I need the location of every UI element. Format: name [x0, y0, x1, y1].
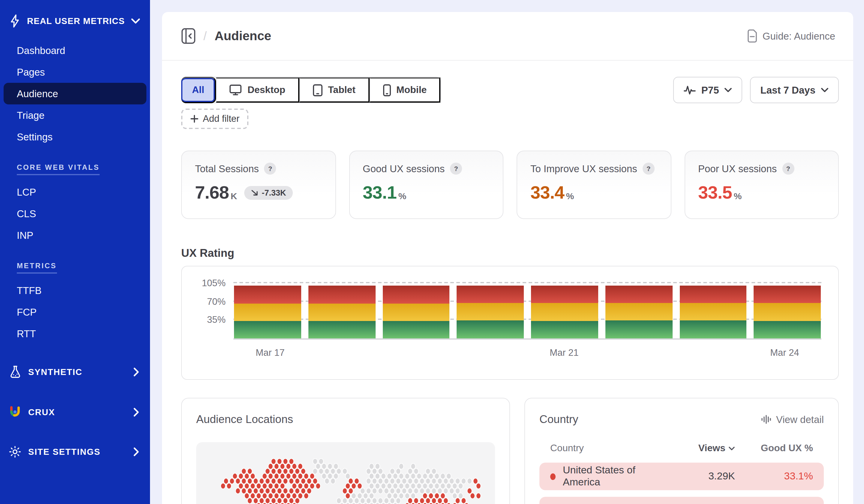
map-dot — [366, 498, 371, 504]
map-dot-highlight — [251, 473, 255, 479]
view-detail-link[interactable]: View detail — [760, 414, 824, 425]
map-dot-highlight — [274, 473, 279, 479]
country-table-row[interactable]: United States of America 3.29K 33.1% — [539, 463, 824, 490]
date-range-dropdown[interactable]: Last 7 Days — [750, 77, 839, 103]
map-dot — [357, 493, 362, 499]
sidebar-nav-item[interactable]: Dashboard — [0, 40, 150, 61]
chevron-down-icon[interactable] — [131, 18, 141, 24]
map-dot — [393, 483, 398, 489]
map-dot-highlight — [310, 473, 315, 479]
stat-card-title: Good UX sessions — [363, 163, 445, 174]
sidebar-nav-item[interactable]: Audience — [3, 83, 146, 104]
collapse-sidebar-icon[interactable] — [181, 27, 195, 45]
map-dot — [375, 483, 380, 489]
map-dot-highlight — [443, 498, 448, 504]
brand[interactable]: REAL USER METRICS — [0, 12, 150, 30]
chevron-right-icon — [133, 407, 139, 417]
sidebar-item-crux[interactable]: CRUX — [0, 400, 150, 425]
bar-segment-poor — [383, 286, 450, 304]
chevron-down-icon — [821, 88, 829, 93]
bar-segment-poor — [457, 286, 524, 303]
device-filter-desktop[interactable]: Desktop — [216, 77, 299, 103]
bar-segment-good — [457, 320, 524, 338]
map-dot — [420, 488, 424, 494]
map-dot — [372, 498, 377, 504]
help-icon[interactable]: ? — [643, 163, 655, 175]
map-dot-highlight — [346, 493, 350, 499]
sidebar-nav-item[interactable]: LCP — [0, 181, 150, 203]
map-dot — [351, 493, 356, 499]
map-dot-highlight — [253, 478, 258, 484]
device-filter-mobile[interactable]: Mobile — [369, 77, 440, 103]
map-dot-highlight — [274, 493, 279, 499]
flask-icon — [8, 365, 22, 379]
map-dot — [384, 498, 389, 504]
map-dot-highlight — [248, 478, 252, 484]
map-dot-highlight — [224, 478, 229, 484]
map-dot-highlight — [277, 498, 282, 504]
bar-segment-poor — [531, 286, 598, 303]
map-dot-highlight — [236, 478, 240, 484]
percentile-value: P75 — [701, 84, 719, 96]
map-dot-highlight — [251, 493, 255, 499]
world-dot-map — [196, 442, 495, 504]
sidebar-nav-item[interactable]: Settings — [0, 126, 150, 147]
device-filter-tablet[interactable]: Tablet — [299, 77, 369, 103]
stacked-bar-mar-20 — [457, 286, 524, 338]
map-dot-highlight — [259, 488, 264, 494]
map-dot — [381, 473, 386, 479]
sidebar-section-items: LCPCLSINP — [0, 181, 150, 246]
map-dot-highlight — [301, 488, 306, 494]
sidebar-nav-item-label: Pages — [17, 66, 45, 77]
sidebar-nav-item[interactable]: TTFB — [0, 280, 150, 301]
sidebar-nav-item[interactable]: Pages — [0, 61, 150, 83]
stat-card-title-row: To Improve UX sessions ? — [530, 163, 657, 175]
bottom-section: Audience Locations Country — [181, 398, 839, 504]
country-table-row[interactable]: Canada 3.22K 33.7% — [539, 497, 824, 504]
map-dot — [458, 483, 463, 489]
sidebar-item-site-settings[interactable]: SITE SETTINGS — [0, 439, 150, 464]
help-icon[interactable]: ? — [782, 163, 794, 175]
main-frame: / Audience Guide: Audience All — [150, 0, 864, 504]
add-filter-button[interactable]: Add filter — [181, 109, 248, 129]
map-dot-highlight — [354, 478, 359, 484]
chevron-down-icon — [728, 446, 735, 450]
guide-link[interactable]: Guide: Audience — [746, 29, 835, 43]
map-dot-highlight — [426, 498, 431, 504]
plus-icon — [190, 115, 199, 123]
map-dot — [426, 468, 431, 474]
sidebar-item-crux-label: CRUX — [28, 407, 55, 417]
map-dot — [328, 473, 333, 479]
percentile-dropdown[interactable]: P75 — [673, 77, 743, 103]
views-column-header[interactable]: Views — [698, 443, 735, 454]
sidebar-nav-item[interactable]: CLS — [0, 203, 150, 224]
map-dot — [390, 488, 395, 494]
add-filter-label: Add filter — [203, 113, 239, 124]
country-name: United States of America — [563, 464, 669, 488]
map-dot — [402, 488, 407, 494]
map-dot-highlight — [307, 478, 312, 484]
map-dot-highlight — [283, 488, 288, 494]
stat-card-unit: K — [231, 191, 237, 203]
sidebar-nav-item[interactable]: RTT — [0, 323, 150, 344]
bar-segment-poor — [234, 286, 301, 304]
map-dot — [411, 483, 416, 489]
map-dot-highlight — [256, 483, 261, 489]
stat-cards: Total Sessions ? 7.68 K -7.3 — [181, 151, 839, 219]
map-dot — [322, 464, 326, 469]
sidebar-nav-item[interactable]: FCP — [0, 301, 150, 323]
map-dot-highlight — [295, 478, 300, 484]
country-table-header: Country Views Good UX % — [539, 443, 824, 454]
stat-card-title-row: Total Sessions ? — [195, 163, 322, 175]
map-dot — [348, 498, 353, 504]
help-icon[interactable]: ? — [450, 163, 462, 175]
map-dot-highlight — [307, 488, 312, 494]
map-dot-highlight — [248, 498, 252, 504]
device-filter-all[interactable]: All — [181, 77, 216, 103]
map-dot — [381, 483, 386, 489]
sidebar-nav-item[interactable]: Triage — [0, 104, 150, 126]
help-icon[interactable]: ? — [264, 163, 276, 175]
sidebar-item-synthetic[interactable]: SYNTHETIC — [0, 359, 150, 385]
map-dot-highlight — [274, 464, 279, 469]
sidebar-nav-item[interactable]: INP — [0, 224, 150, 246]
